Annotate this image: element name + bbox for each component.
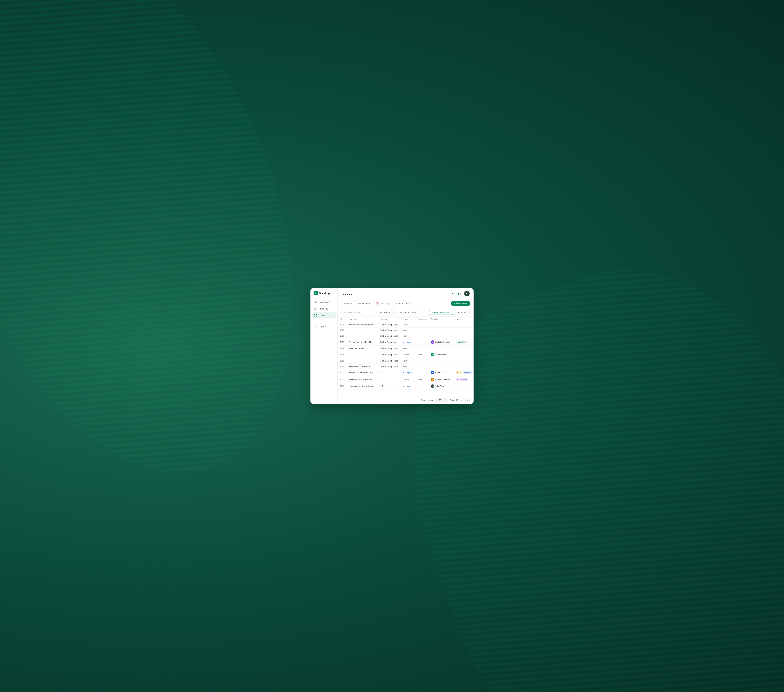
col-labels: Labels [453,317,474,322]
cell-summary [347,333,378,339]
col-summary: Summary [347,317,378,322]
table-row[interactable]: 1027Discrimination at local branchGlobal… [338,339,474,345]
chevron-down-icon: ▼ [466,311,468,313]
label-tag: Germany [463,371,473,374]
sidebar: S SpeakUp ‹ ⊞ Dashboard 📈 Analytics [310,288,338,404]
avatar[interactable]: JD [464,291,469,296]
table-row[interactable]: 1022Misconduct at Shenzhen branchITClose… [338,376,474,383]
cell-assignee [428,358,453,364]
cell-assignee [428,322,453,327]
table-row[interactable]: 1058Global ComplianceNew18 Jun [338,358,474,364]
table-row[interactable]: 1060Global ComplianceNew22 Jun [338,333,474,339]
cell-resolution: Done [415,351,428,358]
support-button[interactable]: ✦ Support [451,292,462,295]
more-filters-button[interactable]: ≡ More filters [394,301,411,306]
page-range: 1-50 of 92 [448,399,458,401]
dashboard-icon: ⊞ [314,301,317,304]
date-range-filter[interactable]: 📅 Date range [374,301,392,306]
rows-per-page-select[interactable]: 50 25 100 [436,398,447,402]
cell-summary [347,327,378,333]
cell-labels [453,351,474,358]
cell-assignee [428,364,453,369]
table-row[interactable]: 1034Global ComplianceClosedDoneSPSanne P… [338,351,474,358]
chevron-down-icon: ▼ [450,311,451,313]
svg-rect-2 [315,316,315,317]
col-assignee: Assignee [428,317,453,322]
cell-summary: Misconduct at Shenzhen branch [347,376,378,383]
col-id: ID [338,317,347,322]
cell-id: 1023 [338,369,347,376]
sidebar-item-issues[interactable]: Issues [312,312,336,319]
cell-resolution [415,383,428,390]
cell-id: 1028 [338,327,347,333]
sidebar-item-label: Issues [319,314,325,317]
resolution-filter[interactable]: Resolution ▼ [356,301,372,306]
cell-resolution [415,345,428,351]
mail-icon: ✉ [380,311,382,314]
sidebar-collapse-button[interactable]: ‹ [336,292,339,295]
cell-status: New [400,333,415,339]
svg-rect-3 [316,316,317,317]
cell-status: New [400,327,415,333]
cell-status: New [400,345,415,351]
cell-assignee [428,333,453,339]
cell-labels: Netherlands [453,339,474,345]
cell-domain: HR [378,383,400,390]
cell-id: 1026 [338,345,347,351]
cell-id: 1034 [338,351,347,358]
cell-summary [347,351,378,358]
cell-resolution [415,327,428,333]
logo-icon: S [313,291,318,295]
table-row[interactable]: 1029Material mismanagementGlobal Complia… [338,322,474,327]
new-issue-button[interactable]: + New issue [451,301,469,306]
cell-domain: Global Compliance [378,339,400,345]
cell-summary: Theft at Hamburg factory [347,369,378,376]
no-initial-response-filter[interactable]: ↩ No initial response [394,310,418,315]
logout-icon: ⏏ [314,325,317,328]
cell-resolution: Done [415,376,428,383]
status-filter[interactable]: Status ▼ [341,301,354,306]
search-input[interactable]: 🔍 Search issues [341,310,377,315]
table-row[interactable]: 1023Theft at Hamburg factoryHRIn progres… [338,369,474,376]
cell-id: 1060 [338,333,347,339]
rows-per-page-label: Rows per page: [421,399,436,401]
table-row[interactable]: 1049Harassment at warehouseHRIn progress… [338,383,474,390]
prev-page-button[interactable]: ‹ [460,398,464,402]
col-status: Status [400,317,415,322]
assignee-avatar: JD [431,385,434,388]
next-page-button[interactable]: › [465,398,469,402]
cell-domain: IT [378,376,400,383]
sidebar-item-dashboard[interactable]: ⊞ Dashboard [312,299,336,305]
main-content: Issues ✦ Support JD Status ▼ Resolution … [338,288,474,404]
new-issue-label: New issue [456,302,467,305]
table-row[interactable]: 1028Global ComplianceNew25 Jun [338,327,474,333]
search-icon: 🔍 [344,311,346,314]
cell-resolution [415,339,428,345]
cell-summary: Misuse of funds [347,345,378,351]
cell-resolution [415,358,428,364]
cell-labels [453,333,474,339]
app-window: S SpeakUp ‹ ⊞ Dashboard 📈 Analytics [310,288,474,404]
cell-id: 1022 [338,376,347,383]
response-icon: ↩ [395,311,397,314]
assignee-avatar: BF [431,371,434,374]
cell-status: In progress [400,369,415,376]
excel-download-button[interactable]: ⬇ Excel download ▼ [429,310,453,315]
sidebar-nav: ⊞ Dashboard 📈 Analytics Issues [310,299,338,329]
cell-id: 1049 [338,383,347,390]
table-row[interactable]: 1026Misuse of fundsGlobal ComplianceNew2… [338,345,474,351]
assignee-name: Christian Laurant [435,341,450,343]
sidebar-item-logout[interactable]: ⏏ Logout [312,323,336,329]
plus-icon: + [454,302,456,305]
unread-filter[interactable]: ✉ Unread [378,310,392,315]
cell-domain: Global Compliance [378,345,400,351]
col-resolution: Resolution [415,317,428,322]
cell-status: In progress [400,383,415,390]
cell-id: 1029 [338,322,347,327]
label-tag: Netherlands [456,341,468,344]
columns-button[interactable]: Columns ▼ [455,310,469,315]
cell-labels [453,322,474,327]
sidebar-item-analytics[interactable]: 📈 Analytics [312,306,336,312]
table-row[interactable]: 1064Fraudulent credentialsGlobal Complia… [338,364,474,369]
cell-domain: Global Compliance [378,358,400,364]
